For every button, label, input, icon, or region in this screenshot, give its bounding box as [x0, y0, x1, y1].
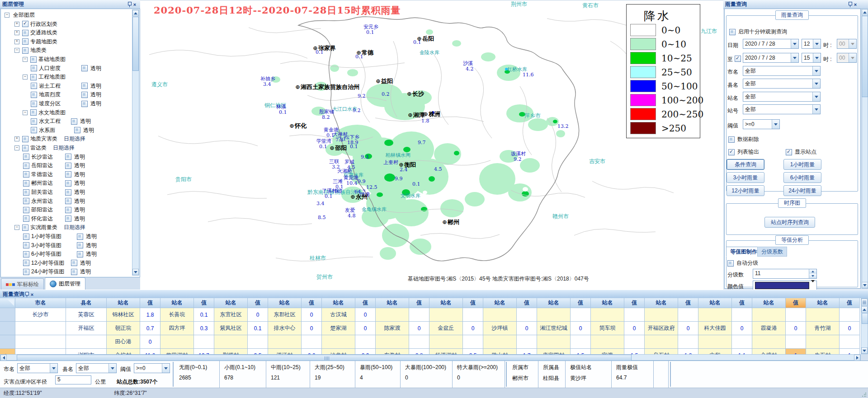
tenmin-checkbox[interactable] [729, 29, 736, 35]
cell-station-name[interactable] [376, 308, 409, 322]
cell-value[interactable]: 1.2 [678, 349, 698, 354]
layer-checkbox[interactable] [31, 92, 37, 98]
cell-station-name[interactable]: 东宜社区 [214, 308, 248, 322]
col-header-value[interactable]: 值 [409, 298, 429, 308]
rain-12h-button[interactable]: 12小时雨量 [726, 185, 764, 196]
cell-station-name[interactable] [752, 308, 786, 322]
cell-station-name[interactable]: 古汉城 [322, 308, 355, 322]
cell-station-name[interactable] [591, 308, 624, 322]
transparent-checkbox[interactable] [65, 215, 71, 222]
layer-label[interactable]: 行政区划类 [30, 20, 57, 28]
transparent-checkbox[interactable] [65, 189, 71, 196]
layer-label[interactable]: 水文工程 [39, 117, 61, 125]
transparent-checkbox[interactable] [81, 92, 88, 98]
cell-station-name[interactable]: 楚家湖 [322, 322, 355, 335]
tree-node-水系面[interactable]: 水系面透明 [1, 126, 55, 135]
layer-checkbox[interactable] [31, 118, 37, 125]
cell-station-name[interactable]: 青竹湖 [806, 322, 840, 335]
layer-checkbox[interactable] [30, 56, 37, 63]
layer-label[interactable]: 水系面 [39, 126, 55, 134]
layer-tree-scrollbar[interactable] [132, 9, 139, 276]
filter-county-combo[interactable]: 全部 [76, 363, 117, 373]
tenmin-checkbox-row[interactable]: 启用十分钟观测查询 [729, 28, 787, 36]
col-header-station[interactable]: 站名 [160, 298, 194, 308]
tree-node-地质类[interactable]: −地质类 [1, 46, 47, 55]
cell-station-name[interactable]: 沙龙村 [322, 349, 355, 354]
pin-icon[interactable] [848, 1, 852, 7]
cell-station-name[interactable]: 中和 [698, 349, 732, 354]
cell-station-name[interactable]: 科大佳园 [698, 322, 732, 335]
tree-node-人口密度[interactable]: 人口密度透明 [1, 64, 61, 73]
cell-station-name[interactable]: 唐家园村 [537, 349, 571, 354]
layer-checkbox[interactable] [22, 30, 28, 36]
cell-value[interactable]: 0.7 [140, 322, 160, 335]
transparent-checkbox[interactable] [65, 163, 71, 169]
date-select-link[interactable]: 日期选择 [64, 135, 85, 143]
transparent-checkbox[interactable] [74, 127, 80, 133]
layer-checkbox[interactable] [31, 65, 37, 71]
expander-icon[interactable]: + [14, 22, 19, 27]
layer-label[interactable]: 全部图层 [13, 11, 35, 19]
col-header-station[interactable]: 站名 [591, 298, 624, 308]
tab-military-plot[interactable]: 军标标绘 [1, 278, 44, 290]
cell-value[interactable] [248, 335, 268, 349]
layer-label[interactable]: 24小时等值图 [31, 268, 64, 276]
col-header-station[interactable]: 站名 [806, 298, 840, 308]
cell-value[interactable]: 1.5 [571, 349, 591, 354]
grid-vscrollbar[interactable] [861, 298, 868, 354]
layer-label[interactable]: 1小时等值图 [31, 233, 61, 240]
layer-label[interactable]: 实况雨量类 [30, 224, 57, 231]
cell-value[interactable] [517, 308, 537, 322]
cell-value[interactable]: 0 [140, 335, 160, 349]
col-header-station[interactable]: 站名 [752, 298, 786, 308]
layer-label[interactable]: 工程地质图 [38, 73, 66, 81]
col-header-value[interactable]: 值 [194, 298, 214, 308]
layer-checkbox[interactable] [22, 21, 28, 27]
layer-label[interactable]: 韶关雷达 [31, 188, 53, 196]
pin-icon[interactable] [127, 1, 132, 7]
color-value-combo[interactable] [753, 281, 817, 290]
cell-station-name[interactable] [698, 308, 732, 322]
data-remove-checkbox[interactable] [728, 136, 735, 143]
tree-node-24小时等值图[interactable]: 24小时等值图透明 [1, 267, 64, 276]
cell-value[interactable] [732, 335, 752, 349]
cell-station-name[interactable]: 湘江世纪城 [537, 322, 571, 335]
layer-checkbox[interactable] [22, 47, 28, 54]
cell-station-name[interactable] [537, 308, 571, 322]
layer-checkbox[interactable] [31, 101, 37, 107]
layer-label[interactable]: 基础地质图 [38, 56, 66, 63]
transparent-checkbox[interactable] [71, 118, 77, 125]
expander-icon[interactable]: − [14, 48, 19, 53]
date-select-link[interactable]: 日期选择 [53, 144, 75, 152]
layer-label[interactable]: 专题地图类 [30, 38, 57, 46]
transparent-checkbox[interactable] [65, 171, 71, 178]
tree-node-邵阳雷达[interactable]: 邵阳雷达透明 [1, 206, 53, 214]
cell-county[interactable]: 浏阳市 [66, 349, 107, 354]
cell-value[interactable]: 0.3 [194, 322, 214, 335]
tree-node-水文工程[interactable]: 水文工程透明 [1, 117, 61, 126]
cell-value[interactable]: 1 [840, 349, 860, 354]
layer-label[interactable]: 3小时等值图 [31, 242, 61, 249]
layer-checkbox[interactable] [23, 180, 29, 187]
cell-value[interactable]: 1.7 [517, 349, 537, 354]
cell-city[interactable] [15, 349, 66, 354]
cell-station-name[interactable]: 溪江村 [268, 349, 302, 354]
layer-checkbox[interactable] [22, 136, 28, 142]
col-header-value[interactable]: 值 [624, 298, 645, 308]
cell-station-name[interactable]: 锦林社区 [107, 308, 140, 322]
to-enabled-checkbox[interactable] [735, 56, 741, 62]
cell-station-name[interactable] [806, 308, 840, 322]
cell-value[interactable] [840, 308, 860, 322]
layer-checkbox[interactable] [22, 225, 28, 231]
cell-station-name[interactable]: 紫凤社区 [214, 322, 248, 335]
date-select-link[interactable]: 日期选择 [64, 224, 85, 231]
layer-checkbox[interactable] [23, 242, 29, 248]
cell-value[interactable]: 0.1 [194, 308, 214, 322]
grid-hscrollbar[interactable] [0, 354, 861, 361]
tree-node-全部图层[interactable]: −全部图层 [1, 11, 35, 19]
pin-icon[interactable] [24, 291, 29, 297]
layer-checkbox[interactable] [23, 215, 29, 222]
tree-node-雷达类[interactable]: −雷达类日期选择 [1, 144, 75, 152]
cell-station-name[interactable]: 开福区政府 [645, 322, 678, 335]
tab-isoline-make[interactable]: 等值图制作 [726, 247, 761, 257]
